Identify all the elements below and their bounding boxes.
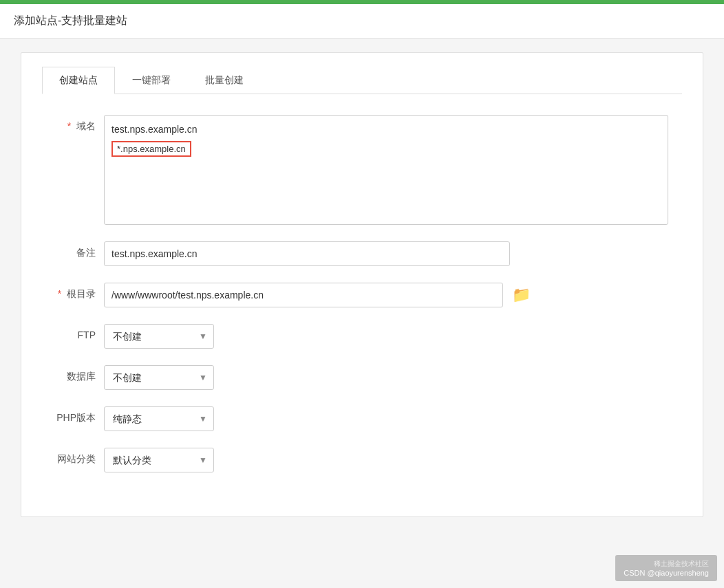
website-category-label: 网站分类: [42, 448, 104, 466]
remark-control-wrap: [104, 241, 682, 266]
website-category-select-wrap: 默认分类 其他 ▼: [104, 448, 214, 472]
php-version-select[interactable]: 纯静态 PHP 7.4 PHP 8.0 PHP 8.1: [104, 406, 214, 431]
tab-one-click-deploy[interactable]: 一键部署: [115, 67, 188, 94]
ftp-select-wrap: 不创建 创建 ▼: [104, 324, 214, 349]
php-version-select-wrap: 纯静态 PHP 7.4 PHP 8.0 PHP 8.1 ▼: [104, 406, 214, 431]
content-area: 创建站点 一键部署 批量创建 * 域名 test.nps.example.cn: [0, 39, 724, 588]
domain-label: * 域名: [42, 115, 104, 133]
database-select-wrap: 不创建 创建 ▼: [104, 365, 214, 390]
website-category-row: 网站分类 默认分类 其他 ▼: [42, 448, 682, 472]
php-version-control-wrap: 纯静态 PHP 7.4 PHP 8.0 PHP 8.1 ▼: [104, 406, 682, 431]
watermark-author: CSDN @qiaoyurensheng: [624, 569, 709, 577]
tab-create-site[interactable]: 创建站点: [42, 67, 115, 94]
php-version-row: PHP版本 纯静态 PHP 7.4 PHP 8.0 PHP 8.1 ▼: [42, 406, 682, 431]
domain-line1: test.nps.example.cn: [111, 121, 661, 138]
ftp-select[interactable]: 不创建 创建: [104, 324, 214, 349]
ftp-label: FTP: [42, 324, 104, 340]
rootdir-input[interactable]: [104, 283, 503, 307]
rootdir-control-wrap: 📁: [104, 283, 682, 307]
watermark-site: 稀土掘金技术社区: [624, 559, 709, 569]
database-row: 数据库 不创建 创建 ▼: [42, 365, 682, 390]
rootdir-inner-wrap: 📁: [104, 283, 682, 307]
tabs: 创建站点 一键部署 批量创建: [42, 67, 682, 94]
domain-input-area[interactable]: test.nps.example.cn *.nps.example.cn: [104, 115, 668, 225]
folder-icon: 📁: [512, 286, 531, 304]
ftp-control-wrap: 不创建 创建 ▼: [104, 324, 682, 349]
ftp-row: FTP 不创建 创建 ▼: [42, 324, 682, 349]
folder-browser-button[interactable]: 📁: [509, 283, 533, 307]
rootdir-row: * 根目录 📁: [42, 283, 682, 307]
rootdir-label: * 根目录: [42, 283, 104, 301]
tab-batch-create[interactable]: 批量创建: [188, 67, 261, 94]
remark-input[interactable]: [104, 241, 510, 266]
database-label: 数据库: [42, 365, 104, 383]
rootdir-required-star: *: [58, 288, 61, 299]
main-card: 创建站点 一键部署 批量创建 * 域名 test.nps.example.cn: [21, 52, 703, 517]
domain-line2-highlighted: *.nps.example.cn: [111, 141, 191, 157]
watermark: 稀土掘金技术社区 CSDN @qiaoyurensheng: [615, 555, 717, 581]
database-control-wrap: 不创建 创建 ▼: [104, 365, 682, 390]
website-category-select[interactable]: 默认分类 其他: [104, 448, 214, 472]
database-select[interactable]: 不创建 创建: [104, 365, 214, 390]
php-version-label: PHP版本: [42, 406, 104, 424]
domain-required-star: *: [67, 120, 71, 131]
domain-row: * 域名 test.nps.example.cn *.nps.example.c…: [42, 115, 682, 225]
page-title: 添加站点-支持批量建站: [14, 14, 127, 26]
website-category-control-wrap: 默认分类 其他 ▼: [104, 448, 682, 472]
domain-control-wrap: test.nps.example.cn *.nps.example.cn: [104, 115, 682, 225]
page-title-bar: 添加站点-支持批量建站: [0, 4, 724, 39]
remark-label: 备注: [42, 241, 104, 259]
remark-row: 备注: [42, 241, 682, 266]
